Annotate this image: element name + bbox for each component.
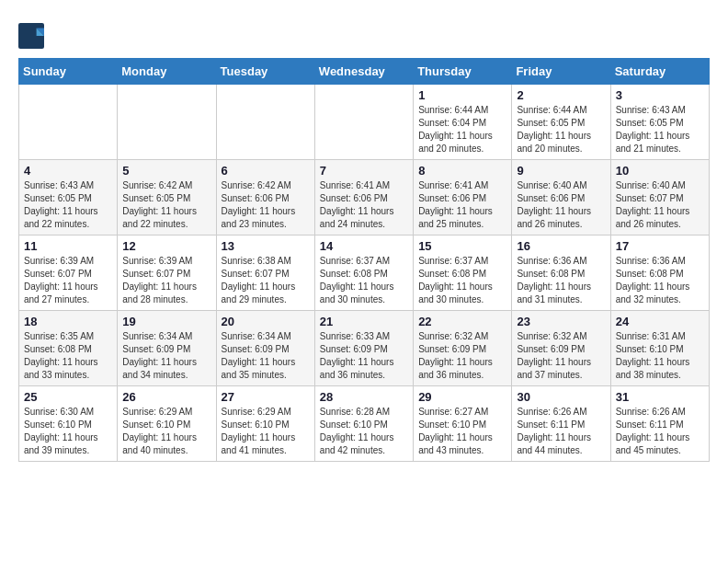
day-number: 18 bbox=[24, 315, 112, 328]
day-number: 4 bbox=[24, 164, 112, 178]
header-wednesday: Wednesday bbox=[314, 59, 413, 85]
day-info: Sunrise: 6:27 AM Sunset: 6:10 PM Dayligh… bbox=[418, 406, 506, 457]
day-info: Sunrise: 6:44 AM Sunset: 6:05 PM Dayligh… bbox=[517, 104, 605, 155]
week-row-5: 25Sunrise: 6:30 AM Sunset: 6:10 PM Dayli… bbox=[19, 386, 710, 462]
day-info: Sunrise: 6:30 AM Sunset: 6:10 PM Dayligh… bbox=[24, 406, 112, 457]
day-number: 11 bbox=[24, 239, 112, 253]
day-number: 27 bbox=[222, 390, 310, 404]
day-number: 13 bbox=[222, 239, 310, 253]
day-info: Sunrise: 6:32 AM Sunset: 6:09 PM Dayligh… bbox=[517, 330, 605, 382]
header-sunday: Sunday bbox=[19, 59, 118, 85]
calendar-cell: 28Sunrise: 6:28 AM Sunset: 6:10 PM Dayli… bbox=[314, 386, 413, 462]
calendar-cell: 11Sunrise: 6:39 AM Sunset: 6:07 PM Dayli… bbox=[19, 236, 118, 311]
day-number: 25 bbox=[24, 390, 112, 404]
day-info: Sunrise: 6:41 AM Sunset: 6:06 PM Dayligh… bbox=[418, 179, 506, 231]
day-info: Sunrise: 6:42 AM Sunset: 6:06 PM Dayligh… bbox=[222, 179, 310, 231]
calendar-cell: 2Sunrise: 6:44 AM Sunset: 6:05 PM Daylig… bbox=[512, 85, 610, 160]
day-number: 15 bbox=[418, 239, 506, 253]
day-number: 19 bbox=[122, 315, 210, 328]
page-header bbox=[18, 18, 710, 49]
day-info: Sunrise: 6:35 AM Sunset: 6:08 PM Dayligh… bbox=[24, 330, 112, 382]
day-info: Sunrise: 6:26 AM Sunset: 6:11 PM Dayligh… bbox=[616, 406, 704, 457]
calendar-cell: 9Sunrise: 6:40 AM Sunset: 6:06 PM Daylig… bbox=[512, 160, 610, 236]
calendar-cell: 14Sunrise: 6:37 AM Sunset: 6:08 PM Dayli… bbox=[314, 236, 413, 311]
calendar-body: 1Sunrise: 6:44 AM Sunset: 6:04 PM Daylig… bbox=[19, 85, 710, 462]
day-info: Sunrise: 6:36 AM Sunset: 6:08 PM Dayligh… bbox=[517, 255, 605, 306]
header-tuesday: Tuesday bbox=[216, 59, 314, 85]
calendar-cell: 29Sunrise: 6:27 AM Sunset: 6:10 PM Dayli… bbox=[414, 386, 512, 462]
day-number: 21 bbox=[320, 315, 408, 328]
calendar-cell: 8Sunrise: 6:41 AM Sunset: 6:06 PM Daylig… bbox=[414, 160, 512, 236]
day-number: 9 bbox=[517, 164, 605, 178]
header-friday: Friday bbox=[512, 59, 610, 85]
calendar-cell: 3Sunrise: 6:43 AM Sunset: 6:05 PM Daylig… bbox=[610, 85, 709, 160]
logo bbox=[18, 23, 48, 49]
day-info: Sunrise: 6:34 AM Sunset: 6:09 PM Dayligh… bbox=[122, 330, 210, 382]
day-number: 10 bbox=[616, 164, 704, 178]
calendar-cell: 18Sunrise: 6:35 AM Sunset: 6:08 PM Dayli… bbox=[19, 311, 118, 386]
day-info: Sunrise: 6:40 AM Sunset: 6:06 PM Dayligh… bbox=[517, 179, 605, 231]
day-info: Sunrise: 6:29 AM Sunset: 6:10 PM Dayligh… bbox=[122, 406, 210, 457]
day-number: 29 bbox=[418, 390, 506, 404]
calendar-cell: 26Sunrise: 6:29 AM Sunset: 6:10 PM Dayli… bbox=[118, 386, 216, 462]
calendar-cell: 1Sunrise: 6:44 AM Sunset: 6:04 PM Daylig… bbox=[414, 85, 512, 160]
day-info: Sunrise: 6:26 AM Sunset: 6:11 PM Dayligh… bbox=[517, 406, 605, 457]
calendar-cell bbox=[19, 85, 118, 160]
day-number: 20 bbox=[222, 315, 310, 328]
day-info: Sunrise: 6:33 AM Sunset: 6:09 PM Dayligh… bbox=[320, 330, 408, 382]
day-number: 8 bbox=[418, 164, 506, 178]
calendar-cell: 6Sunrise: 6:42 AM Sunset: 6:06 PM Daylig… bbox=[216, 160, 314, 236]
day-number: 17 bbox=[616, 239, 704, 253]
day-info: Sunrise: 6:44 AM Sunset: 6:04 PM Dayligh… bbox=[418, 104, 506, 155]
day-number: 30 bbox=[517, 390, 605, 404]
calendar-cell: 15Sunrise: 6:37 AM Sunset: 6:08 PM Dayli… bbox=[414, 236, 512, 311]
day-number: 7 bbox=[320, 164, 408, 178]
logo-icon bbox=[18, 23, 44, 49]
week-row-3: 11Sunrise: 6:39 AM Sunset: 6:07 PM Dayli… bbox=[19, 236, 710, 311]
calendar-cell: 21Sunrise: 6:33 AM Sunset: 6:09 PM Dayli… bbox=[314, 311, 413, 386]
day-number: 6 bbox=[222, 164, 310, 178]
day-number: 1 bbox=[418, 88, 506, 102]
day-number: 31 bbox=[616, 390, 704, 404]
day-number: 26 bbox=[122, 390, 210, 404]
day-info: Sunrise: 6:32 AM Sunset: 6:09 PM Dayligh… bbox=[418, 330, 506, 382]
day-info: Sunrise: 6:37 AM Sunset: 6:08 PM Dayligh… bbox=[418, 255, 506, 306]
day-info: Sunrise: 6:29 AM Sunset: 6:10 PM Dayligh… bbox=[222, 406, 310, 457]
week-row-4: 18Sunrise: 6:35 AM Sunset: 6:08 PM Dayli… bbox=[19, 311, 710, 386]
day-number: 28 bbox=[320, 390, 408, 404]
calendar-cell: 30Sunrise: 6:26 AM Sunset: 6:11 PM Dayli… bbox=[512, 386, 610, 462]
calendar-cell: 12Sunrise: 6:39 AM Sunset: 6:07 PM Dayli… bbox=[118, 236, 216, 311]
header-row: SundayMondayTuesdayWednesdayThursdayFrid… bbox=[19, 59, 710, 85]
calendar-cell: 10Sunrise: 6:40 AM Sunset: 6:07 PM Dayli… bbox=[610, 160, 709, 236]
calendar-cell: 31Sunrise: 6:26 AM Sunset: 6:11 PM Dayli… bbox=[610, 386, 709, 462]
day-info: Sunrise: 6:43 AM Sunset: 6:05 PM Dayligh… bbox=[24, 179, 112, 231]
day-info: Sunrise: 6:36 AM Sunset: 6:08 PM Dayligh… bbox=[616, 255, 704, 306]
calendar-cell: 25Sunrise: 6:30 AM Sunset: 6:10 PM Dayli… bbox=[19, 386, 118, 462]
calendar-cell: 13Sunrise: 6:38 AM Sunset: 6:07 PM Dayli… bbox=[216, 236, 314, 311]
header-thursday: Thursday bbox=[414, 59, 512, 85]
calendar-cell bbox=[314, 85, 413, 160]
day-info: Sunrise: 6:41 AM Sunset: 6:06 PM Dayligh… bbox=[320, 179, 408, 231]
calendar-cell: 23Sunrise: 6:32 AM Sunset: 6:09 PM Dayli… bbox=[512, 311, 610, 386]
header-saturday: Saturday bbox=[610, 59, 709, 85]
calendar-cell: 27Sunrise: 6:29 AM Sunset: 6:10 PM Dayli… bbox=[216, 386, 314, 462]
day-number: 22 bbox=[418, 315, 506, 328]
day-number: 14 bbox=[320, 239, 408, 253]
calendar-cell: 5Sunrise: 6:42 AM Sunset: 6:05 PM Daylig… bbox=[118, 160, 216, 236]
day-number: 2 bbox=[517, 88, 605, 102]
day-info: Sunrise: 6:31 AM Sunset: 6:10 PM Dayligh… bbox=[616, 330, 704, 382]
day-info: Sunrise: 6:38 AM Sunset: 6:07 PM Dayligh… bbox=[222, 255, 310, 306]
calendar-cell: 4Sunrise: 6:43 AM Sunset: 6:05 PM Daylig… bbox=[19, 160, 118, 236]
day-info: Sunrise: 6:39 AM Sunset: 6:07 PM Dayligh… bbox=[122, 255, 210, 306]
calendar-cell: 19Sunrise: 6:34 AM Sunset: 6:09 PM Dayli… bbox=[118, 311, 216, 386]
header-monday: Monday bbox=[118, 59, 216, 85]
calendar-table: SundayMondayTuesdayWednesdayThursdayFrid… bbox=[18, 58, 710, 462]
day-info: Sunrise: 6:34 AM Sunset: 6:09 PM Dayligh… bbox=[222, 330, 310, 382]
week-row-2: 4Sunrise: 6:43 AM Sunset: 6:05 PM Daylig… bbox=[19, 160, 710, 236]
day-number: 3 bbox=[616, 88, 704, 102]
calendar-cell bbox=[118, 85, 216, 160]
calendar-cell: 17Sunrise: 6:36 AM Sunset: 6:08 PM Dayli… bbox=[610, 236, 709, 311]
day-info: Sunrise: 6:40 AM Sunset: 6:07 PM Dayligh… bbox=[616, 179, 704, 231]
day-number: 23 bbox=[517, 315, 605, 328]
day-info: Sunrise: 6:28 AM Sunset: 6:10 PM Dayligh… bbox=[320, 406, 408, 457]
